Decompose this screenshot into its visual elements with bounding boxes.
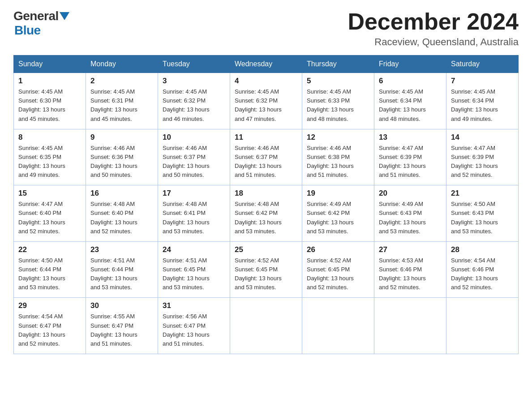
day-number: 31 (163, 301, 225, 310)
col-monday: Monday (86, 56, 158, 73)
calendar-cell: 5 Sunrise: 4:45 AMSunset: 6:33 PMDayligh… (302, 73, 374, 129)
col-saturday: Saturday (446, 56, 519, 73)
col-friday: Friday (374, 56, 446, 73)
calendar-cell: 17 Sunrise: 4:48 AMSunset: 6:41 PMDaylig… (158, 185, 230, 242)
day-number: 6 (379, 77, 442, 86)
calendar-cell: 8 Sunrise: 4:45 AMSunset: 6:35 PMDayligh… (14, 129, 86, 185)
day-info: Sunrise: 4:45 AMSunset: 6:35 PMDaylight:… (18, 145, 65, 178)
day-info: Sunrise: 4:45 AMSunset: 6:31 PMDaylight:… (90, 88, 137, 122)
calendar-cell: 13 Sunrise: 4:47 AMSunset: 6:39 PMDaylig… (374, 129, 446, 185)
day-info: Sunrise: 4:46 AMSunset: 6:37 PMDaylight:… (235, 145, 282, 178)
day-number: 26 (307, 245, 369, 254)
calendar-cell: 26 Sunrise: 4:52 AMSunset: 6:45 PMDaylig… (302, 241, 374, 298)
day-number: 15 (18, 189, 81, 198)
calendar-cell: 25 Sunrise: 4:52 AMSunset: 6:45 PMDaylig… (230, 241, 302, 298)
day-number: 4 (235, 77, 297, 86)
calendar-cell: 7 Sunrise: 4:45 AMSunset: 6:34 PMDayligh… (446, 73, 519, 129)
day-number: 18 (235, 189, 297, 198)
calendar-cell: 15 Sunrise: 4:47 AMSunset: 6:40 PMDaylig… (14, 185, 86, 242)
calendar-cell: 10 Sunrise: 4:46 AMSunset: 6:37 PMDaylig… (158, 129, 230, 185)
day-number: 20 (379, 189, 442, 198)
day-info: Sunrise: 4:48 AMSunset: 6:40 PMDaylight:… (90, 201, 137, 234)
calendar-week-row: 8 Sunrise: 4:45 AMSunset: 6:35 PMDayligh… (14, 129, 519, 185)
day-info: Sunrise: 4:45 AMSunset: 6:30 PMDaylight:… (18, 88, 65, 122)
day-number: 11 (235, 133, 297, 142)
day-number: 2 (90, 77, 153, 86)
day-info: Sunrise: 4:47 AMSunset: 6:40 PMDaylight:… (18, 201, 65, 234)
day-info: Sunrise: 4:52 AMSunset: 6:45 PMDaylight:… (307, 257, 354, 291)
day-number: 5 (307, 77, 369, 86)
day-number: 30 (90, 301, 153, 310)
day-number: 1 (18, 77, 81, 86)
calendar-cell: 23 Sunrise: 4:51 AMSunset: 6:44 PMDaylig… (86, 241, 158, 298)
title-area: December 2024 Raceview, Queensland, Aust… (348, 9, 519, 48)
day-info: Sunrise: 4:48 AMSunset: 6:42 PMDaylight:… (235, 201, 282, 234)
calendar-cell: 3 Sunrise: 4:45 AMSunset: 6:32 PMDayligh… (158, 73, 230, 129)
day-number: 10 (163, 133, 225, 142)
col-tuesday: Tuesday (158, 56, 230, 73)
day-number: 22 (18, 245, 81, 254)
day-number: 8 (18, 133, 81, 142)
day-info: Sunrise: 4:49 AMSunset: 6:43 PMDaylight:… (379, 201, 426, 234)
day-number: 23 (90, 245, 153, 254)
calendar-week-row: 15 Sunrise: 4:47 AMSunset: 6:40 PMDaylig… (14, 185, 519, 242)
calendar-cell: 19 Sunrise: 4:49 AMSunset: 6:42 PMDaylig… (302, 185, 374, 242)
logo-text-blue: Blue (14, 23, 41, 37)
calendar-cell: 2 Sunrise: 4:45 AMSunset: 6:31 PMDayligh… (86, 73, 158, 129)
day-info: Sunrise: 4:48 AMSunset: 6:41 PMDaylight:… (163, 201, 210, 234)
calendar-week-row: 29 Sunrise: 4:54 AMSunset: 6:47 PMDaylig… (14, 298, 519, 354)
calendar-cell: 16 Sunrise: 4:48 AMSunset: 6:40 PMDaylig… (86, 185, 158, 242)
day-info: Sunrise: 4:54 AMSunset: 6:47 PMDaylight:… (18, 313, 65, 347)
day-info: Sunrise: 4:45 AMSunset: 6:32 PMDaylight:… (163, 88, 210, 122)
page-header: General Blue December 2024 Raceview, Que… (13, 9, 519, 48)
day-number: 17 (163, 189, 225, 198)
calendar-cell (230, 298, 302, 354)
calendar-cell (302, 298, 374, 354)
calendar-cell: 1 Sunrise: 4:45 AMSunset: 6:30 PMDayligh… (14, 73, 86, 129)
logo-text-general: General (13, 9, 59, 23)
calendar-header-row: Sunday Monday Tuesday Wednesday Thursday… (14, 56, 519, 73)
calendar-cell: 22 Sunrise: 4:50 AMSunset: 6:44 PMDaylig… (14, 241, 86, 298)
calendar-cell: 12 Sunrise: 4:46 AMSunset: 6:38 PMDaylig… (302, 129, 374, 185)
calendar-cell: 21 Sunrise: 4:50 AMSunset: 6:43 PMDaylig… (446, 185, 519, 242)
day-number: 19 (307, 189, 369, 198)
day-info: Sunrise: 4:47 AMSunset: 6:39 PMDaylight:… (451, 145, 498, 178)
calendar-cell (374, 298, 446, 354)
day-number: 25 (235, 245, 297, 254)
calendar-cell: 24 Sunrise: 4:51 AMSunset: 6:45 PMDaylig… (158, 241, 230, 298)
calendar-table: Sunday Monday Tuesday Wednesday Thursday… (13, 55, 519, 354)
calendar-cell: 20 Sunrise: 4:49 AMSunset: 6:43 PMDaylig… (374, 185, 446, 242)
day-number: 13 (379, 133, 442, 142)
day-info: Sunrise: 4:45 AMSunset: 6:33 PMDaylight:… (307, 88, 354, 122)
day-info: Sunrise: 4:53 AMSunset: 6:46 PMDaylight:… (379, 257, 426, 291)
calendar-week-row: 1 Sunrise: 4:45 AMSunset: 6:30 PMDayligh… (14, 73, 519, 129)
day-info: Sunrise: 4:50 AMSunset: 6:43 PMDaylight:… (451, 201, 498, 234)
col-wednesday: Wednesday (230, 56, 302, 73)
calendar-week-row: 22 Sunrise: 4:50 AMSunset: 6:44 PMDaylig… (14, 241, 519, 298)
day-info: Sunrise: 4:45 AMSunset: 6:34 PMDaylight:… (451, 88, 498, 122)
day-number: 21 (451, 189, 514, 198)
col-sunday: Sunday (14, 56, 86, 73)
day-number: 14 (451, 133, 514, 142)
month-title: December 2024 (348, 9, 519, 34)
day-number: 7 (451, 77, 514, 86)
calendar-cell (446, 298, 519, 354)
day-info: Sunrise: 4:54 AMSunset: 6:46 PMDaylight:… (451, 257, 498, 291)
day-number: 28 (451, 245, 514, 254)
logo-triangle-icon (59, 12, 69, 20)
day-info: Sunrise: 4:52 AMSunset: 6:45 PMDaylight:… (235, 257, 282, 291)
calendar-cell: 18 Sunrise: 4:48 AMSunset: 6:42 PMDaylig… (230, 185, 302, 242)
day-info: Sunrise: 4:47 AMSunset: 6:39 PMDaylight:… (379, 145, 426, 178)
calendar-cell: 30 Sunrise: 4:55 AMSunset: 6:47 PMDaylig… (86, 298, 158, 354)
svg-marker-0 (60, 12, 69, 20)
day-info: Sunrise: 4:51 AMSunset: 6:44 PMDaylight:… (90, 257, 137, 291)
day-number: 24 (163, 245, 225, 254)
calendar-cell: 11 Sunrise: 4:46 AMSunset: 6:37 PMDaylig… (230, 129, 302, 185)
logo: General Blue (13, 9, 69, 38)
calendar-cell: 6 Sunrise: 4:45 AMSunset: 6:34 PMDayligh… (374, 73, 446, 129)
day-info: Sunrise: 4:55 AMSunset: 6:47 PMDaylight:… (90, 313, 137, 347)
col-thursday: Thursday (302, 56, 374, 73)
day-info: Sunrise: 4:51 AMSunset: 6:45 PMDaylight:… (163, 257, 210, 291)
day-number: 9 (90, 133, 153, 142)
day-number: 27 (379, 245, 442, 254)
